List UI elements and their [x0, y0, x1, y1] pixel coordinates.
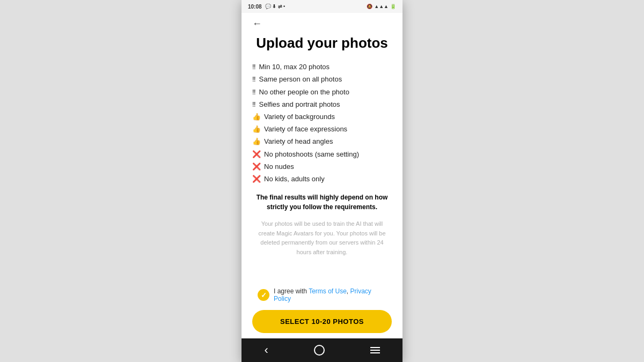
back-arrow-icon: ← — [252, 18, 262, 29]
req-text: No kids, adults only — [264, 174, 325, 184]
list-item: ‼️Selfies and portrait photos — [252, 100, 392, 109]
list-item: 👍Variety of backgrounds — [252, 112, 392, 122]
req-text: No nudes — [264, 162, 294, 172]
req-icon: ‼️ — [252, 75, 256, 84]
content-area: ← Upload your photos ‼️Min 10, max 20 ph… — [241, 13, 402, 287]
menu-line-2 — [370, 350, 380, 351]
nav-menu-button[interactable] — [370, 347, 380, 353]
req-icon: ‼️ — [252, 87, 256, 97]
menu-line-3 — [370, 352, 380, 353]
req-icon: ❌ — [252, 162, 261, 172]
nav-back-button[interactable]: ‹ — [264, 343, 268, 357]
nav-bar: ‹ — [241, 338, 402, 362]
notification-icons: 💬 ⬇ ⇌ • — [265, 4, 286, 9]
agree-text: I agree with Terms of Use, Privacy Polic… — [274, 287, 386, 302]
req-icon: 👍 — [252, 137, 261, 146]
req-icon: ❌ — [252, 150, 261, 159]
req-icon: ‼️ — [252, 62, 256, 72]
terms-link[interactable]: Terms of Use — [309, 287, 347, 295]
list-item: ‼️No other people on the photo — [252, 87, 392, 97]
status-time: 10:08 💬 ⬇ ⇌ • — [248, 4, 285, 10]
status-bar: 10:08 💬 ⬇ ⇌ • 🔕 ▲▲▲ 🔋 — [241, 0, 402, 13]
nav-home-button[interactable] — [314, 345, 325, 356]
req-text: Variety of backgrounds — [264, 112, 335, 122]
back-button[interactable]: ← — [252, 18, 262, 29]
list-item: ❌No nudes — [252, 162, 392, 172]
agree-row: ✓ I agree with Terms of Use, Privacy Pol… — [252, 287, 392, 302]
time-display: 10:08 — [248, 4, 262, 10]
req-text: Variety of face expressions — [264, 124, 347, 134]
phone-frame: 10:08 💬 ⬇ ⇌ • 🔕 ▲▲▲ 🔋 ← Upload your phot… — [241, 0, 402, 362]
agree-checkbox[interactable]: ✓ — [258, 289, 269, 301]
list-item: 👍Variety of head angles — [252, 137, 392, 146]
menu-line-1 — [370, 347, 380, 348]
req-text: Variety of head angles — [264, 137, 333, 146]
privacy-note: Your photos will be used to train the AI… — [252, 219, 392, 257]
req-text: Same person on all photos — [259, 75, 342, 84]
list-item: ❌No kids, adults only — [252, 174, 392, 184]
list-item: ❌No photoshoots (same setting) — [252, 150, 392, 159]
list-item: ‼️Min 10, max 20 photos — [252, 62, 392, 72]
status-icons-right: 🔕 ▲▲▲ 🔋 — [367, 4, 396, 9]
req-text: No photoshoots (same setting) — [264, 150, 359, 159]
page-title: Upload your photos — [252, 35, 392, 51]
requirements-list: ‼️Min 10, max 20 photos‼️Same person on … — [252, 62, 392, 184]
req-text: Selfies and portrait photos — [259, 100, 340, 109]
mute-icon: 🔕 — [367, 4, 372, 9]
important-note: The final results will highly depend on … — [252, 193, 392, 212]
battery-icon: 🔋 — [390, 4, 396, 9]
select-photos-button[interactable]: SELECT 10-20 PHOTOS — [252, 310, 392, 333]
req-text: Min 10, max 20 photos — [259, 62, 330, 72]
checkmark-icon: ✓ — [261, 291, 267, 299]
req-icon: 👍 — [252, 112, 261, 122]
list-item: ‼️Same person on all photos — [252, 75, 392, 84]
footer-area: ✓ I agree with Terms of Use, Privacy Pol… — [241, 287, 402, 338]
list-item: 👍Variety of face expressions — [252, 124, 392, 134]
req-icon: ‼️ — [252, 100, 256, 109]
signal-icon: ▲▲▲ — [374, 4, 389, 9]
req-icon: 👍 — [252, 124, 261, 134]
req-text: No other people on the photo — [259, 87, 349, 97]
req-icon: ❌ — [252, 174, 261, 184]
